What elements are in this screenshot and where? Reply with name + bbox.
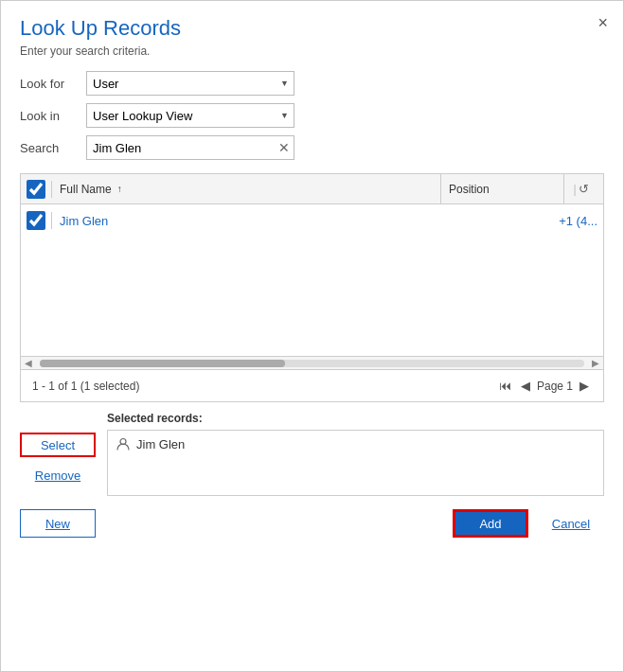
look-in-select-wrapper: User Lookup View bbox=[86, 103, 294, 128]
cancel-button[interactable]: Cancel bbox=[538, 509, 604, 538]
dialog-footer: New Add Cancel bbox=[20, 509, 604, 538]
add-button[interactable]: Add bbox=[453, 509, 528, 538]
user-icon bbox=[116, 436, 131, 451]
row-divider bbox=[51, 212, 52, 229]
page-label: Page 1 bbox=[537, 380, 573, 393]
look-in-label: Look in bbox=[20, 109, 86, 123]
search-wrapper: ✕ bbox=[86, 135, 294, 160]
row-checkbox[interactable] bbox=[27, 211, 45, 230]
horizontal-scrollbar[interactable]: ◀ ▶ bbox=[21, 356, 603, 369]
selected-records-label: Selected records: bbox=[107, 412, 604, 425]
scroll-left-arrow-icon[interactable]: ◀ bbox=[25, 358, 32, 368]
pagination-controls: ⏮ ◀ Page 1 ▶ bbox=[496, 377, 592, 395]
remove-button[interactable]: Remove bbox=[20, 463, 96, 487]
col-actions-header: | ↺ bbox=[563, 174, 597, 203]
first-page-button[interactable]: ⏮ bbox=[496, 377, 514, 395]
scroll-right-arrow-icon[interactable]: ▶ bbox=[592, 358, 599, 368]
selected-records-box: Jim Glen bbox=[107, 430, 604, 496]
prev-page-button[interactable]: ◀ bbox=[518, 377, 533, 395]
grid-header: Full Name ↑ Position | ↺ bbox=[21, 174, 603, 204]
footer-right-buttons: Add Cancel bbox=[453, 509, 604, 538]
close-button[interactable]: × bbox=[597, 14, 608, 31]
search-clear-button[interactable]: ✕ bbox=[278, 141, 290, 154]
look-for-select[interactable]: User bbox=[86, 71, 294, 96]
sort-arrow-icon[interactable]: ↑ bbox=[117, 184, 122, 194]
col-fullname-header: Full Name ↑ bbox=[60, 183, 440, 196]
row-phone[interactable]: +1 (4... bbox=[559, 214, 597, 228]
search-row: Search ✕ bbox=[20, 135, 604, 160]
header-divider bbox=[51, 181, 52, 198]
look-in-select[interactable]: User Lookup View bbox=[86, 103, 294, 128]
results-grid: Full Name ↑ Position | ↺ Jim Glen +1 (4.… bbox=[20, 173, 604, 402]
col-fullname-label: Full Name bbox=[60, 183, 112, 196]
select-button[interactable]: Select bbox=[20, 433, 96, 457]
next-page-button[interactable]: ▶ bbox=[577, 377, 592, 395]
new-button[interactable]: New bbox=[20, 509, 96, 538]
selected-buttons: Select Remove bbox=[20, 412, 96, 496]
grid-footer: 1 - 1 of 1 (1 selected) ⏮ ◀ Page 1 ▶ bbox=[21, 369, 603, 401]
grid-body: Jim Glen +1 (4... bbox=[21, 204, 603, 356]
look-for-row: Look for User bbox=[20, 71, 604, 96]
table-row: Jim Glen +1 (4... bbox=[21, 204, 603, 237]
record-count: 1 - 1 of 1 (1 selected) bbox=[32, 380, 139, 393]
dialog-title: Look Up Records bbox=[20, 16, 604, 41]
look-for-select-wrapper: User bbox=[86, 71, 294, 96]
search-label: Search bbox=[20, 141, 86, 155]
col-position-label: Position bbox=[449, 183, 490, 196]
col-position-header: Position bbox=[440, 174, 563, 203]
search-input[interactable] bbox=[86, 135, 294, 160]
refresh-icon[interactable]: ↺ bbox=[579, 182, 589, 196]
scrollbar-track[interactable] bbox=[40, 360, 584, 367]
look-for-label: Look for bbox=[20, 77, 86, 91]
selected-records-section: Select Remove Selected records: Jim Glen bbox=[20, 412, 604, 496]
scrollbar-thumb[interactable] bbox=[40, 360, 285, 367]
pipe-icon: | bbox=[573, 183, 576, 196]
selected-records-right: Selected records: Jim Glen bbox=[107, 412, 604, 496]
select-all-checkbox[interactable] bbox=[27, 180, 45, 199]
selected-record-name: Jim Glen bbox=[136, 437, 185, 451]
lookup-records-dialog: Look Up Records Enter your search criter… bbox=[0, 0, 624, 672]
look-in-row: Look in User Lookup View bbox=[20, 103, 604, 128]
list-item: Jim Glen bbox=[116, 436, 596, 451]
row-fullname[interactable]: Jim Glen bbox=[60, 214, 559, 228]
dialog-subtitle: Enter your search criteria. bbox=[20, 44, 604, 58]
